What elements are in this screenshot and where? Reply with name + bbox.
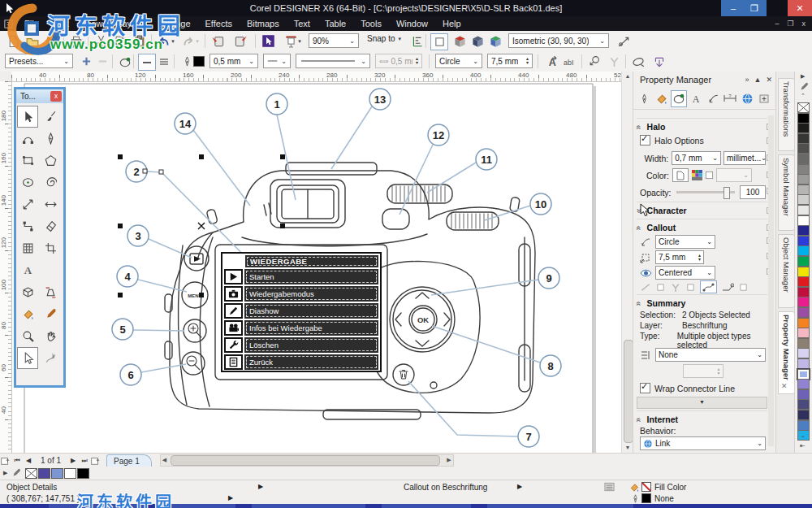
tab-outline-pen-icon[interactable] xyxy=(637,90,652,107)
color-swatch[interactable] xyxy=(797,307,810,318)
pick-tool-icon[interactable] xyxy=(17,106,38,128)
outline-view-button[interactable] xyxy=(430,33,448,50)
callout-position-combo[interactable]: Centered⌄ xyxy=(655,266,715,280)
minimize-button[interactable]: – xyxy=(723,0,744,16)
color-swatch[interactable] xyxy=(797,194,810,205)
paste-icon[interactable] xyxy=(132,33,148,49)
tab-halo-icon[interactable] xyxy=(671,90,686,107)
color-swatch[interactable] xyxy=(797,297,810,307)
docker-tab-close-icon[interactable]: ✕ xyxy=(781,382,788,390)
color-swatch[interactable] xyxy=(797,154,810,164)
tab-character-icon[interactable]: A xyxy=(689,90,704,107)
doc-color-swatch[interactable] xyxy=(64,468,76,479)
drop-shadow-icon[interactable] xyxy=(651,54,667,69)
color-swatch[interactable] xyxy=(797,318,810,328)
fill-tool-icon[interactable] xyxy=(17,303,38,325)
section-callout[interactable]: «Callout xyxy=(637,221,767,234)
close-button[interactable]: ✕ xyxy=(788,0,812,16)
new-document-icon[interactable] xyxy=(5,33,21,49)
panel-scrollbar[interactable] xyxy=(768,115,774,446)
halo-color-grid-icon[interactable] xyxy=(692,170,702,180)
projection-cube-red-icon[interactable] xyxy=(451,33,468,49)
toolbox-titlebar[interactable]: To... x xyxy=(16,89,63,103)
gravity-snapping-icon[interactable] xyxy=(615,33,632,49)
connector-style-combo[interactable]: None⌄ xyxy=(655,348,766,362)
line-style-multi-button[interactable] xyxy=(156,54,172,69)
wrap-connector-checkbox[interactable] xyxy=(640,383,650,393)
menu-bitmaps[interactable]: Bitmaps xyxy=(240,17,287,30)
scroll-up-icon[interactable]: ▲ xyxy=(622,72,633,81)
spiral-tool-icon[interactable] xyxy=(40,172,61,193)
bezier-leader-icon[interactable] xyxy=(700,280,717,293)
color-swatch[interactable] xyxy=(797,215,810,226)
docker-collapse-icon[interactable]: ▲ xyxy=(754,76,762,84)
eyedropper-tool-icon[interactable] xyxy=(40,303,61,325)
color-swatch[interactable] xyxy=(797,225,810,236)
canvas-hscrollbar[interactable]: ◀ ▶ xyxy=(160,454,454,467)
snap-to-dropdown[interactable]: Snap to▾ xyxy=(367,34,401,43)
menu-window[interactable]: Window xyxy=(389,17,435,30)
palette-eyedropper-icon[interactable] xyxy=(799,82,809,92)
transform-tool-icon[interactable] xyxy=(40,281,61,303)
tab-fill-icon[interactable] xyxy=(654,90,669,107)
wrap-outline-icon[interactable] xyxy=(630,54,646,69)
color-swatch[interactable] xyxy=(797,236,810,246)
menu-edit[interactable]: Edit xyxy=(46,17,76,30)
color-swatch[interactable] xyxy=(797,348,810,358)
undo-dropdown-icon[interactable]: ▾ xyxy=(169,33,177,49)
status-expand-3-icon[interactable]: ▶ xyxy=(228,494,233,501)
connector-tool-icon[interactable] xyxy=(17,215,38,237)
save-icon[interactable] xyxy=(44,33,60,49)
pan-tool-icon[interactable] xyxy=(40,325,61,347)
straight-leader-icon[interactable] xyxy=(640,282,651,293)
canvas-vscrollbar[interactable]: ▲ ▼ xyxy=(621,72,633,453)
docker-close-icon[interactable]: ✕ xyxy=(766,76,772,84)
section-internet[interactable]: «Internet xyxy=(637,413,767,426)
freeform-tool-icon[interactable] xyxy=(40,347,61,369)
zoom-level-combo[interactable]: 90%⌄ xyxy=(309,33,359,48)
scroll-down-icon[interactable]: ▼ xyxy=(622,443,633,453)
halo-leader-icon[interactable] xyxy=(721,282,734,293)
presets-combo[interactable]: Presets...⌄ xyxy=(5,54,73,68)
expand-options-button[interactable]: ▼ xyxy=(637,397,767,409)
halo-on-object-icon[interactable] xyxy=(586,54,603,69)
section-summary[interactable]: «Summary xyxy=(637,297,767,310)
halo-color-page-icon[interactable] xyxy=(672,168,689,182)
color-swatch[interactable] xyxy=(797,328,810,338)
projection-cube-green-icon[interactable] xyxy=(487,33,503,49)
palette-scroll-up-icon[interactable]: ⌃ xyxy=(801,93,806,99)
outline-color-swatch[interactable] xyxy=(193,56,205,67)
ellipse-tool-icon[interactable] xyxy=(17,172,38,193)
halo-options-row[interactable]: Halo Options xyxy=(640,135,766,145)
color-swatch[interactable] xyxy=(797,174,810,185)
doc-close-button[interactable]: x xyxy=(802,20,806,28)
dimension-tool-icon[interactable] xyxy=(17,193,38,215)
behavior-combo[interactable]: Link⌄ xyxy=(640,436,766,450)
opacity-value[interactable]: 100 xyxy=(740,185,766,199)
crop-tool-icon[interactable] xyxy=(40,237,61,259)
color-swatch[interactable] xyxy=(797,245,810,256)
application-launcher-icon[interactable] xyxy=(260,33,276,49)
doc-minimize-button[interactable]: – xyxy=(775,20,779,28)
polygon-tool-icon[interactable] xyxy=(40,150,61,172)
remove-preset-icon[interactable] xyxy=(94,54,110,69)
color-swatch-none[interactable] xyxy=(797,102,810,113)
callout-shape-combo[interactable]: Circle⌄ xyxy=(435,54,482,68)
tab-add-icon[interactable] xyxy=(757,90,772,107)
color-swatch[interactable] xyxy=(797,185,810,195)
status-expand-2-icon[interactable]: ▶ xyxy=(517,483,522,490)
tab-callout-icon[interactable] xyxy=(706,90,721,107)
welcome-dropdown-icon[interactable]: ▾ xyxy=(296,33,304,49)
freehand-pick-tool-icon[interactable] xyxy=(40,106,61,128)
pen-tool-icon[interactable] xyxy=(40,128,61,150)
callout-shape-combo-pm[interactable]: Circle⌄ xyxy=(655,235,715,249)
text-tool-icon[interactable]: A xyxy=(17,259,38,281)
docker-tab-object-manager[interactable]: Object Manager xyxy=(778,234,795,308)
color-swatch[interactable] xyxy=(797,379,810,389)
menu-view[interactable]: View xyxy=(76,17,110,30)
color-swatch[interactable] xyxy=(797,287,810,297)
import-icon[interactable] xyxy=(209,33,226,49)
tab-internet-icon[interactable] xyxy=(740,90,755,107)
halo-icon[interactable] xyxy=(117,54,133,69)
docker-tab-symbol-manager[interactable]: Symbol Manager xyxy=(778,154,795,231)
